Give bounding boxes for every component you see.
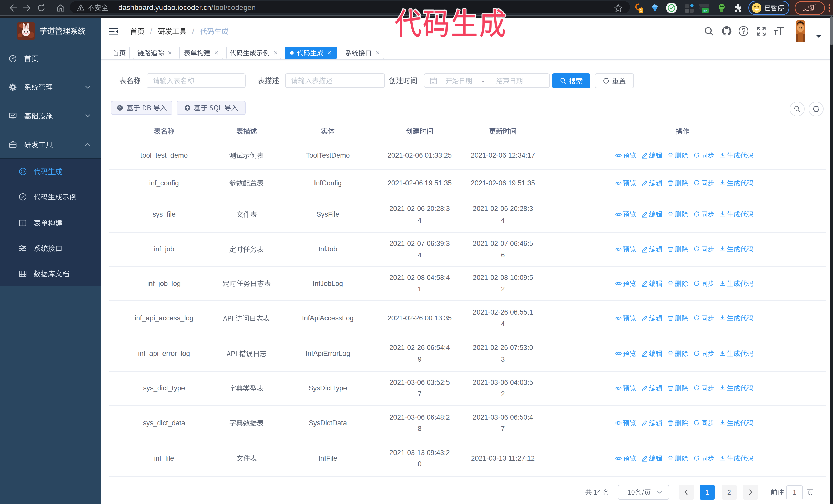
svg-text:1: 1: [640, 8, 642, 13]
svg-text:on: on: [703, 9, 708, 13]
